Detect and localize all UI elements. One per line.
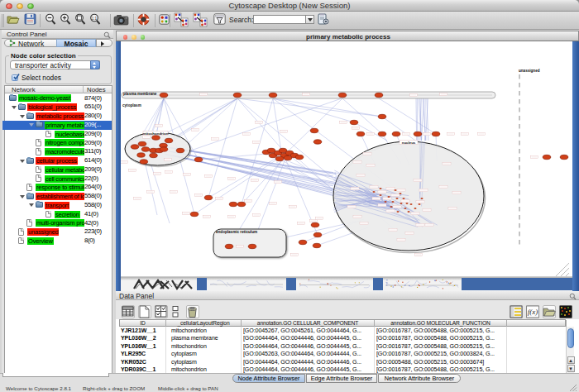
svg-text:mitochondrion: mitochondrion [143,131,169,136]
svg-text:1:1: 1:1 [92,16,98,20]
svg-text:cytoplasm: cytoplasm [122,103,141,108]
svg-text:f(x): f(x) [528,308,538,316]
svg-text:endoplasmic reticulum: endoplasmic reticulum [216,230,257,234]
svg-text:unassigned: unassigned [519,69,540,73]
svg-text:plasma membrane: plasma membrane [123,92,157,96]
svg-text:nucleus: nucleus [402,141,416,145]
